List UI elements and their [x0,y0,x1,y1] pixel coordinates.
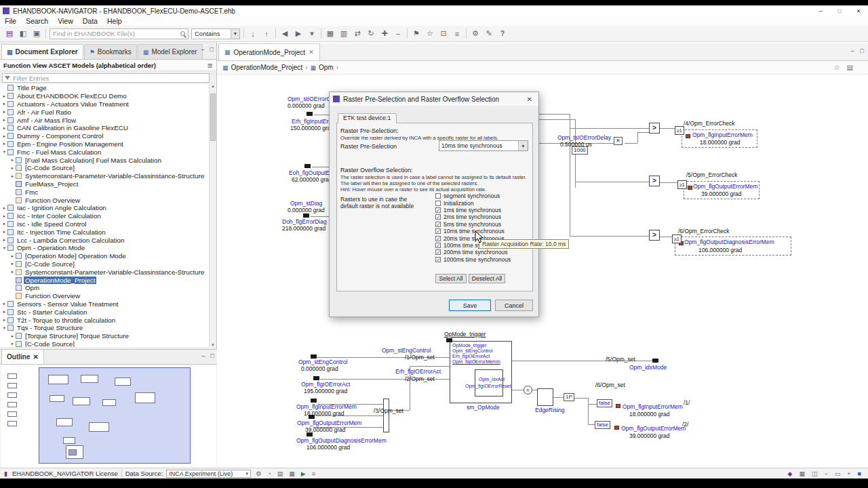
tree-item[interactable]: ▸Icc - Inter Cooler Calculation [0,212,210,220]
ehandbook-status-icon[interactable]: ◆ [787,470,794,477]
report-page-icon[interactable]: ▤ [847,64,853,71]
checkbox-5ms-time-synchronous[interactable]: ✓ [435,222,441,227]
tree-expand-icon[interactable]: ▸ [9,261,16,266]
checkbox-1000ms-time-synchronous[interactable]: ✓ [435,257,441,262]
diagram-label[interactable]: sm_OpMode [467,404,500,411]
contains-select[interactable]: Contains▼ [191,28,240,39]
tree-item[interactable]: ▸[Operation Mode] Operation Mode [0,252,210,260]
tree-expand-icon[interactable]: ▸ [1,229,7,235]
tree-expand-icon[interactable]: ▸ [1,134,7,139]
tree-expand-icon[interactable]: ▸ [9,341,16,346]
list-icon[interactable]: ≡ [311,470,317,477]
dialog-close-button[interactable]: ✕ [524,96,535,103]
outline-tab[interactable]: Outline ✕ [1,349,44,364]
tree-expand-icon[interactable]: ▸ [1,109,7,115]
connection-icon[interactable]: ◔ [266,470,272,477]
expand-all-icon[interactable]: ✚ [378,28,391,40]
tree-item[interactable]: Function Overview [0,292,210,300]
filter-input[interactable]: Filter Entries [2,73,210,83]
diagram-label[interactable]: Opm_flgOutputDiagnosisErrorMem [296,437,387,444]
bookmark-icon[interactable]: ⚑ [410,28,423,40]
editor-maximize-icon[interactable]: □ [861,47,864,54]
grid-layout-icon[interactable]: ▦ [797,470,806,477]
tree-expand-icon[interactable]: ▾ [1,149,7,155]
tree-expand-icon[interactable]: ▸ [1,125,7,131]
editor-tab[interactable]: ▦ OperationMode_Project ✕ [218,43,320,60]
tree-item[interactable]: ▾Tqs - Torque Structure [0,324,210,332]
tree-expand-icon[interactable]: ▸ [9,174,16,179]
tree-expand-icon[interactable]: ▸ [1,205,7,211]
diagram-label[interactable]: Opm_idxMode [629,364,667,371]
zoom-fit-icon[interactable]: ▭ [833,470,842,477]
panel-maximize-icon[interactable]: □ [210,46,214,53]
diagram-label[interactable]: Opm_stEngControl [382,347,431,354]
accent-square-icon[interactable]: ■ [856,470,863,477]
checkbox-segment-synchronous[interactable] [435,193,441,199]
tree-item[interactable]: Fmc [0,188,210,196]
nav-history-icon[interactable]: ▾ [305,28,319,40]
tree-item[interactable]: ▸Systemconstant-Parameter-Variable-Class… [0,172,210,180]
diagram-label[interactable]: Doh_flgErrorDiag [282,218,327,225]
diagram-label[interactable]: EdgeRising [535,407,564,413]
tree-expand-icon[interactable]: ▸ [1,117,7,123]
tree-expand-icon[interactable]: ▾ [1,325,7,331]
scrollbar-thumb[interactable] [210,94,216,141]
tree-expand-icon[interactable]: ▸ [9,157,16,163]
tree-item[interactable]: ▸Amf - Air Mass Flow [0,116,210,124]
tree-item[interactable]: ▸Lcc - Lambda Correction Calculation [0,236,210,244]
search-up-icon[interactable]: ↑ [260,28,273,40]
document-view-icon[interactable]: ▤ [276,470,285,477]
calibration-icon[interactable]: ⚙ [469,28,482,40]
breadcrumb-item-opm[interactable]: Opm [319,64,334,71]
search-down-icon[interactable]: ↓ [246,28,260,40]
tree-expand-icon[interactable]: ▸ [9,253,16,259]
diagram-label[interactable]: ≥1 [672,235,682,243]
outline-maximize-icon[interactable]: □ [211,352,214,359]
checkbox-200ms-time-synchronous[interactable]: ✓ [435,249,441,255]
snapshot-icon[interactable]: ⊡ [437,28,450,40]
tree-expand-icon[interactable]: ▾ [1,245,7,251]
outline-close-icon[interactable]: ✕ [33,353,38,361]
deselect-all-button[interactable]: Deselect All [469,274,505,283]
checkbox-10ms-time-synchronous[interactable]: ✓ [435,228,441,234]
tree-expand-icon[interactable]: ▸ [1,214,7,219]
tree-item[interactable]: ▸Stc - Starter Calculation [0,308,210,316]
tree-item[interactable]: OperationMode_Project [0,276,210,284]
split-layout-icon[interactable]: ◫ [810,470,819,477]
diagram-label[interactable]: false [597,399,612,407]
raster-preselection-select[interactable]: 10ms time synchronous ▼ [439,140,528,151]
tab-bookmarks[interactable]: ⚑Bookmarks [84,44,137,59]
tab-document-explorer[interactable]: ▤Document Explorer [1,44,83,59]
diagram-canvas[interactable]: +Opm_stIOErrorOve0.000000 gradErh_flgInp… [217,75,868,468]
refresh-icon[interactable]: ↻ [364,28,378,40]
tree-item[interactable]: ▸[C-Code Source] [0,164,210,172]
diagram-label[interactable]: Opm_flgInputErrorMem [623,403,683,410]
zoom-out-icon[interactable]: − [823,470,829,477]
checkbox-100ms-time-synchronous[interactable]: ✓ [435,243,441,248]
zoom-in-icon[interactable]: + [846,470,852,477]
breadcrumb-item-project[interactable]: OperationMode_Project [231,64,303,71]
tree-expand-icon[interactable]: ▸ [1,101,7,106]
tree-item[interactable]: ▸Iac - Ignition Angle Calculation [0,204,210,212]
view-menu-icon[interactable]: ≣ [208,62,213,69]
diagram-label[interactable]: > [649,176,660,186]
diagram-block[interactable] [383,399,389,432]
tree-item[interactable]: ▾Fmc - Fuel Mass Calculation [0,148,210,156]
open-ehandbook-icon[interactable]: ▤ [3,28,16,40]
diagram-label[interactable]: Opm_flgOutputDiagnosisErrorMem [684,239,774,245]
tree-item[interactable]: ▸About EHANDBOOK FlexECU Demo [0,92,210,100]
diagram-block[interactable] [475,369,503,396]
table-view-icon[interactable]: ▥ [337,28,351,40]
diagram-label[interactable]: 1000 [572,146,588,155]
tree-item[interactable]: FuelMass_Project [0,180,210,188]
save-button[interactable]: Save [449,300,491,311]
tree-expand-icon[interactable]: ▸ [1,309,7,314]
diagram-label[interactable]: > [649,123,660,134]
annotate-icon[interactable]: ✎ [482,28,496,40]
tree-item[interactable]: Opm [0,284,210,292]
tree-expand-icon[interactable]: ▸ [1,141,7,146]
menu-view[interactable]: View [53,17,78,25]
menu-help[interactable]: Help [102,17,127,25]
diagram-label[interactable]: > [649,230,660,241]
minimize-button[interactable]: ─ [811,5,830,16]
